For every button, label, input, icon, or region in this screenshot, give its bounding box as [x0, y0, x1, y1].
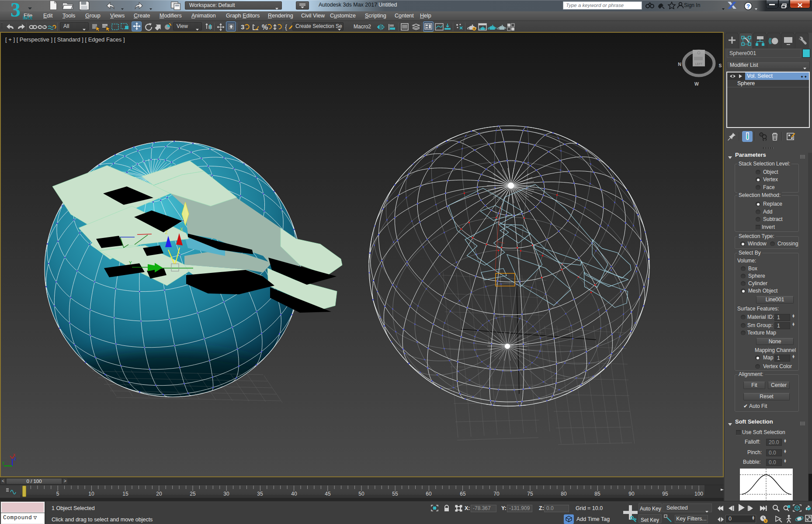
- svg-text:3: 3: [10, 0, 21, 21]
- svg-text:Z: Z: [165, 230, 168, 235]
- svg-text:40: 40: [291, 491, 297, 497]
- svg-text:W: W: [694, 81, 699, 86]
- svg-text:55: 55: [392, 491, 398, 497]
- svg-text:?: ?: [746, 3, 750, 10]
- svg-text:25: 25: [190, 491, 196, 497]
- svg-text:MAX: MAX: [23, 16, 33, 21]
- svg-text:65: 65: [460, 491, 466, 497]
- svg-text:75: 75: [527, 491, 533, 497]
- svg-text:60: 60: [426, 491, 432, 497]
- svg-text:20: 20: [156, 491, 162, 497]
- svg-text:35: 35: [257, 491, 263, 497]
- svg-text:90: 90: [628, 491, 635, 497]
- svg-text:15: 15: [122, 491, 128, 497]
- svg-text:50: 50: [358, 491, 364, 497]
- svg-text:N: N: [678, 62, 681, 67]
- svg-text:30: 30: [223, 491, 229, 497]
- svg-text:100: 100: [694, 491, 703, 497]
- svg-text:Y: Y: [129, 261, 132, 265]
- svg-text:95: 95: [662, 491, 668, 497]
- svg-text:3: 3: [241, 23, 244, 31]
- svg-text:45: 45: [325, 491, 331, 497]
- svg-text:70: 70: [493, 491, 500, 497]
- svg-text:%: %: [262, 24, 268, 31]
- svg-text:10: 10: [88, 491, 94, 497]
- svg-text:{: {: [285, 23, 287, 31]
- svg-text:y: y: [2, 460, 4, 465]
- svg-text:5: 5: [56, 491, 59, 497]
- svg-text:80: 80: [561, 491, 567, 497]
- svg-text:x: x: [13, 452, 15, 457]
- svg-text:85: 85: [594, 491, 600, 497]
- svg-text:X: X: [180, 227, 183, 232]
- svg-text:LEFT: LEFT: [695, 62, 702, 66]
- svg-text:S: S: [718, 63, 722, 68]
